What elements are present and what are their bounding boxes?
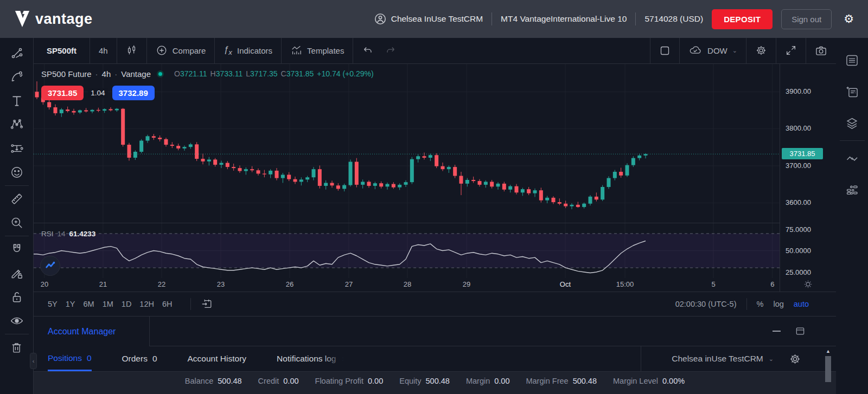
bid-tag[interactable]: 3731.85 <box>41 86 84 100</box>
range-1m[interactable]: 1M <box>103 300 113 308</box>
alerts-zigzag-icon[interactable] <box>839 143 865 174</box>
time-axis[interactable]: 2021222326272829Oct15:0056 <box>34 276 836 293</box>
account-number: 5714028 (USD) <box>644 14 703 24</box>
fullscreen-icon <box>785 44 797 56</box>
candles-icon <box>126 44 138 56</box>
account-summary-row: Balance500.48 Credit0.00 Floating Profit… <box>34 371 836 394</box>
scroll-up-icon[interactable]: ▲ <box>826 347 831 355</box>
time-tick-label: 26 <box>286 280 293 288</box>
templates-button[interactable]: Templates <box>282 38 353 63</box>
zoom-in-icon[interactable] <box>5 211 29 235</box>
ohlc-values: O3721.11 H3733.11 L3717.35 C3731.85 +10.… <box>174 69 374 78</box>
interval-button[interactable]: 4h <box>90 38 117 63</box>
user-icon <box>374 12 387 25</box>
user-name: Chelsea InUse TestCRM <box>391 14 483 24</box>
signout-button[interactable]: Sign out <box>781 9 832 29</box>
undo-icon[interactable] <box>362 44 374 56</box>
log-scale-button[interactable]: log <box>773 300 783 308</box>
price-axis[interactable]: 3900.003800.003700.003600.0075.000050.00… <box>780 64 836 276</box>
range-6m[interactable]: 6M <box>84 300 94 308</box>
toolbar-divider <box>5 236 29 236</box>
price-tick-label: 3800.00 <box>786 124 811 132</box>
tab-positions[interactable]: Positions 0 <box>48 346 92 371</box>
rsi-tick-label: 50.0000 <box>786 247 811 255</box>
time-tick-label: 27 <box>345 280 353 288</box>
time-tick-label: 22 <box>158 280 165 288</box>
chart-panes[interactable]: SP500 Future · 4h · Vantage O3721.11 H37… <box>34 64 836 276</box>
pitchfork-icon[interactable] <box>5 65 29 89</box>
time-tick-label: 23 <box>217 280 225 288</box>
details-icon[interactable] <box>839 76 865 107</box>
tradingview-logo[interactable] <box>40 256 60 276</box>
layers-icon[interactable] <box>839 107 865 139</box>
symbol-button[interactable]: SP500ft <box>34 38 90 63</box>
eye-icon[interactable] <box>5 309 29 333</box>
range-5y[interactable]: 5Y <box>48 300 58 308</box>
redo-icon[interactable] <box>385 44 397 56</box>
range-1y[interactable]: 1Y <box>66 300 75 308</box>
gear-icon[interactable]: ⚙ <box>844 12 854 25</box>
text-tool-icon[interactable] <box>5 89 29 113</box>
watchlist-icon[interactable] <box>839 44 865 76</box>
ruler-icon[interactable] <box>5 187 29 211</box>
fullscreen-button[interactable] <box>776 38 806 63</box>
range-1d[interactable]: 1D <box>122 300 132 308</box>
lock-open-icon[interactable] <box>5 285 29 309</box>
legend-symbol[interactable]: SP500 Future <box>41 69 92 79</box>
rsi-pane[interactable]: RSI 14 61.4233 <box>34 223 780 278</box>
ask-tag[interactable]: 3732.89 <box>112 86 155 100</box>
account-manager-tab[interactable]: Account Manager <box>34 317 150 346</box>
emoji-icon[interactable] <box>5 160 29 184</box>
clock[interactable]: 02:00:30 (UTC-5) <box>675 300 737 308</box>
tab-notifications-log[interactable]: Notifications log › <box>277 346 345 371</box>
layout-select-button[interactable] <box>650 38 680 63</box>
forecast-icon[interactable] <box>5 137 29 160</box>
legend-provider: Vantage <box>121 69 151 79</box>
user-menu[interactable]: Chelsea InUse TestCRM <box>374 12 483 25</box>
sun-icon[interactable] <box>780 276 836 292</box>
last-price-tag: 3731.85 <box>782 148 823 159</box>
scrollbar-thumb[interactable] <box>825 356 831 382</box>
rsi-legend[interactable]: RSI 14 61.4233 <box>41 230 95 238</box>
chart-type-button[interactable] <box>117 38 147 63</box>
rsi-tick-label: 25.0000 <box>786 268 811 276</box>
account-settings-gear-icon[interactable] <box>789 353 801 365</box>
percent-scale-button[interactable]: % <box>757 300 764 308</box>
market-status-dot[interactable] <box>157 70 164 77</box>
header-divider <box>635 12 636 25</box>
scrollbar[interactable]: ▲ <box>824 347 833 394</box>
calendar-goto-icon[interactable] <box>201 298 213 310</box>
chart-settings-button[interactable] <box>746 38 776 63</box>
trend-line-icon[interactable] <box>5 41 29 65</box>
restore-window-icon[interactable] <box>795 326 806 337</box>
toolbar-divider <box>5 334 29 334</box>
logo-text: vantage <box>35 11 93 28</box>
range-toolbar: 5Y 1Y 6M 1M 1D 12H 6H 02:00:30 (UTC-5) %… <box>34 292 836 317</box>
minimize-icon[interactable] <box>773 331 781 332</box>
collapse-chevron-icon[interactable]: ‹ <box>30 353 37 369</box>
account-manager-panel: Account Manager Positions 0 Orders <box>34 317 836 394</box>
time-tick-label: 6 <box>770 280 774 288</box>
snapshot-button[interactable] <box>806 38 836 63</box>
trash-icon[interactable] <box>5 335 29 359</box>
magnet-icon[interactable] <box>5 237 29 261</box>
range-12h[interactable]: 12H <box>139 300 154 308</box>
compare-button[interactable]: Compare <box>147 38 215 63</box>
tab-orders[interactable]: Orders 0 <box>122 346 157 371</box>
range-6h[interactable]: 6H <box>162 300 173 308</box>
price-pane[interactable]: SP500 Future · 4h · Vantage O3721.11 H37… <box>34 64 780 223</box>
indicators-button[interactable]: ƒx Indicators <box>215 38 282 63</box>
legend-interval[interactable]: 4h <box>102 69 111 79</box>
layout-name: DOW <box>707 46 727 55</box>
auto-scale-button[interactable]: auto <box>794 300 809 308</box>
change-value: +10.74 (+0.29%) <box>317 69 373 78</box>
time-tick-label: 15:00 <box>616 280 634 288</box>
layout-dropdown[interactable]: DOW ⌄ <box>680 38 746 63</box>
deposit-button[interactable]: DEPOSIT <box>712 9 773 29</box>
account-selector-dropdown[interactable]: Chelsea inUse TestCRM ⌄ <box>672 354 774 364</box>
fade-overlay <box>322 350 347 368</box>
draw-lock-icon[interactable] <box>5 261 29 285</box>
pattern-icon[interactable] <box>5 113 29 137</box>
hotlist-icon[interactable] <box>839 174 865 205</box>
tab-account-history[interactable]: Account History <box>188 346 247 371</box>
